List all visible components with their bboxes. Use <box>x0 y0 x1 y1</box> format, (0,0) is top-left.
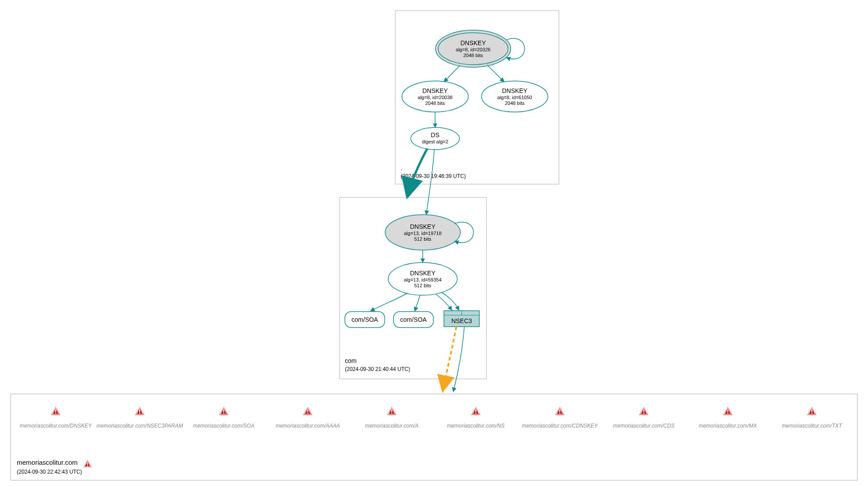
node-sub: alg=8, id=20326 <box>456 47 491 52</box>
svg-rect-51 <box>811 413 812 414</box>
svg-text:com/SOA: com/SOA <box>352 316 379 323</box>
svg-rect-40 <box>391 409 392 412</box>
svg-text:DNSKEY: DNSKEY <box>410 223 436 230</box>
svg-rect-52 <box>87 463 88 465</box>
edge <box>444 66 460 82</box>
zone-timestamp: (2024-09-30 22:42:43 UTC) <box>17 469 82 475</box>
warning-icon <box>555 406 565 415</box>
warning-icon <box>471 406 481 415</box>
node-root-zsk2: DNSKEY alg=8, id=61050 2048 bits <box>482 81 548 112</box>
error-node: memoriascolitur.com/SOA <box>193 406 255 429</box>
svg-rect-38 <box>307 409 308 412</box>
warning-icon <box>303 406 313 415</box>
zone-com: DNSKEY alg=13, id=19718 512 bits DNSKEY … <box>340 197 486 379</box>
svg-rect-31 <box>11 394 857 480</box>
svg-rect-35 <box>139 413 140 414</box>
warning-icon <box>387 406 397 415</box>
svg-rect-39 <box>307 413 308 414</box>
node-com-nsec3: NSEC3 <box>444 311 479 327</box>
error-label: memoriascolitur.com/NSEC3PARAM <box>96 423 183 429</box>
zone-timestamp: (2024-09-30 21:40:44 UTC) <box>345 366 410 372</box>
svg-text:2048 bits: 2048 bits <box>505 100 525 106</box>
warning-icon <box>83 459 92 467</box>
svg-rect-45 <box>559 413 560 414</box>
svg-text:DNSKEY: DNSKEY <box>422 87 448 94</box>
edge-ds-to-ksk <box>426 150 434 215</box>
error-label: memoriascolitur.com/CDS <box>613 423 675 429</box>
error-node: memoriascolitur.com/DNSKEY <box>20 406 92 429</box>
node-com-soa1: com/SOA <box>345 312 385 328</box>
svg-rect-32 <box>55 409 56 412</box>
node-root-ds: DS digest alg=2 <box>411 127 459 150</box>
zone-label: . <box>401 165 402 172</box>
error-label: memoriascolitur.com/AAAA <box>275 423 340 429</box>
error-node: memoriascolitur.com/NSEC3PARAM <box>96 406 183 429</box>
svg-text:DNSKEY: DNSKEY <box>410 270 436 277</box>
edge-delegation-large <box>408 149 427 195</box>
edge <box>436 294 452 310</box>
error-label: memoriascolitur.com/SOA <box>193 423 255 429</box>
svg-rect-46 <box>643 409 644 412</box>
error-node: memoriascolitur.com/A <box>365 406 419 429</box>
error-node: memoriascolitur.com/TXT <box>782 406 843 429</box>
svg-rect-53 <box>87 466 88 467</box>
zone-root: DNSKEY alg=8, id=20326 2048 bits DNSKEY … <box>395 11 559 184</box>
svg-text:512 bits: 512 bits <box>414 283 432 288</box>
error-node: memoriascolitur.com/NS <box>447 406 505 429</box>
svg-rect-42 <box>475 409 476 412</box>
error-node: memoriascolitur.com/CDS <box>613 406 675 429</box>
node-com-soa2: com/SOA <box>394 312 433 328</box>
warning-icon <box>51 406 61 415</box>
error-node: memoriascolitur.com/AAAA <box>275 406 340 429</box>
svg-rect-43 <box>475 413 476 414</box>
node-root-ksk: DNSKEY alg=8, id=20326 2048 bits <box>436 30 511 67</box>
node-com-ksk: DNSKEY alg=13, id=19718 512 bits <box>385 215 460 250</box>
svg-text:alg=8, id=61050: alg=8, id=61050 <box>497 95 532 100</box>
edge-nsec3-to-domain <box>453 327 464 392</box>
svg-text:digest alg=2: digest alg=2 <box>422 139 448 144</box>
svg-point-11 <box>411 127 459 150</box>
zone-domain: memoriascolitur.com/DNSKEYmemoriascolitu… <box>11 394 857 480</box>
zone-label: memoriascolitur.com <box>17 459 78 466</box>
svg-text:alg=13, id=59354: alg=13, id=59354 <box>404 277 441 282</box>
error-label: memoriascolitur.com/CDNSKEY <box>522 423 598 429</box>
svg-rect-49 <box>727 413 728 414</box>
error-label: memoriascolitur.com/MX <box>699 423 757 429</box>
dnssec-diagram: DNSKEY alg=8, id=20326 2048 bits DNSKEY … <box>4 4 864 482</box>
svg-rect-36 <box>223 409 224 412</box>
error-node: memoriascolitur.com/MX <box>699 406 757 429</box>
zone-timestamp: (2024-09-30 19:46:39 UTC) <box>401 173 466 179</box>
svg-text:DNSKEY: DNSKEY <box>502 87 528 94</box>
node-com-zsk: DNSKEY alg=13, id=59354 512 bits <box>388 262 457 295</box>
node-sub: 2048 bits <box>463 53 483 58</box>
warning-icon <box>219 406 229 415</box>
svg-rect-50 <box>811 409 812 412</box>
warning-icon <box>135 406 145 415</box>
warning-icon <box>639 406 649 415</box>
svg-rect-37 <box>223 413 224 414</box>
svg-text:512 bits: 512 bits <box>414 236 432 242</box>
edge-delegation-warning <box>443 327 456 390</box>
svg-rect-44 <box>559 409 560 412</box>
svg-rect-48 <box>727 409 728 412</box>
svg-rect-33 <box>55 413 56 414</box>
svg-text:com/SOA: com/SOA <box>400 316 427 323</box>
svg-rect-47 <box>643 413 644 414</box>
edge <box>487 65 504 82</box>
error-label: memoriascolitur.com/DNSKEY <box>20 423 92 429</box>
warning-icon <box>807 406 817 415</box>
svg-text:alg=8, id=20038: alg=8, id=20038 <box>418 95 453 100</box>
node-root-zsk1: DNSKEY alg=8, id=20038 2048 bits <box>402 81 468 112</box>
svg-text:DS: DS <box>431 131 439 139</box>
svg-text:alg=13, id=19718: alg=13, id=19718 <box>404 231 441 236</box>
node-title: DNSKEY <box>460 39 486 46</box>
warning-icon <box>723 406 733 415</box>
error-label: memoriascolitur.com/TXT <box>782 423 843 429</box>
edge <box>371 293 408 311</box>
error-node: memoriascolitur.com/CDNSKEY <box>522 406 598 429</box>
edge <box>415 295 420 311</box>
zone-label: com <box>345 357 356 364</box>
svg-text:2048 bits: 2048 bits <box>425 100 445 106</box>
error-label: memoriascolitur.com/NS <box>447 423 505 429</box>
svg-rect-34 <box>139 409 140 412</box>
